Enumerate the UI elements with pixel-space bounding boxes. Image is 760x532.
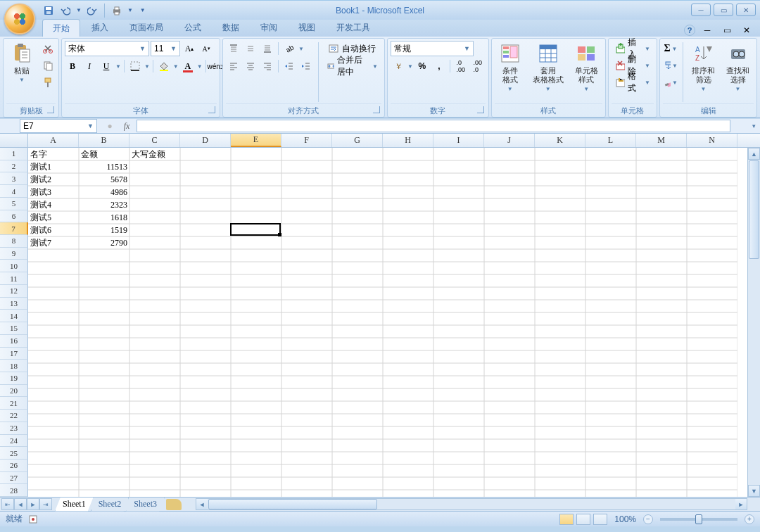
col-header-N[interactable]: N — [687, 134, 737, 147]
row-header-21[interactable]: 21 — [0, 397, 28, 410]
cell-styles-button[interactable]: 单元格 样式▼ — [571, 41, 602, 94]
hscroll-thumb[interactable] — [208, 499, 377, 509]
cell-B5[interactable]: 2323 — [79, 198, 129, 211]
row-header-10[interactable]: 10 — [0, 260, 28, 272]
row-header-24[interactable]: 24 — [0, 435, 28, 448]
col-header-B[interactable]: B — [79, 134, 129, 147]
font-name-combo[interactable]: 宋体▼ — [65, 41, 149, 56]
row-header-4[interactable]: 4 — [0, 185, 28, 198]
format-painter-icon[interactable] — [40, 75, 56, 90]
page-layout-view-icon[interactable] — [576, 514, 590, 525]
find-select-button[interactable]: 查找和 选择▼ — [722, 41, 754, 94]
zoom-slider[interactable] — [660, 518, 737, 521]
increase-decimal-icon[interactable]: .0.00 — [453, 58, 469, 74]
cell-B3[interactable]: 5678 — [79, 173, 129, 186]
close-button[interactable]: ✕ — [736, 4, 756, 16]
cell-B1[interactable]: 金额 — [79, 148, 129, 160]
orientation-icon[interactable]: ab — [281, 41, 297, 56]
align-top-icon[interactable] — [226, 41, 241, 56]
col-header-C[interactable]: C — [129, 134, 180, 147]
row-header-2[interactable]: 2 — [0, 160, 28, 173]
page-break-view-icon[interactable] — [593, 514, 607, 525]
zoom-out-icon[interactable]: − — [643, 514, 653, 524]
decrease-indent-icon[interactable] — [281, 58, 297, 74]
minimize-button[interactable]: ─ — [691, 4, 711, 16]
fill-icon[interactable]: ▼ — [663, 58, 678, 73]
ribbon-tab-3[interactable]: 公式 — [175, 19, 211, 37]
ribbon-tab-5[interactable]: 审阅 — [251, 19, 287, 37]
vertical-scrollbar[interactable]: ▲ ▼ — [747, 148, 760, 497]
align-left-icon[interactable] — [226, 58, 241, 74]
comma-icon[interactable]: , — [431, 58, 447, 74]
row-header-26[interactable]: 26 — [0, 460, 28, 472]
row-header-13[interactable]: 13 — [0, 298, 28, 310]
ribbon-tab-4[interactable]: 数据 — [213, 19, 249, 37]
conditional-format-button[interactable]: 条件格式▼ — [495, 41, 526, 94]
cell-C1[interactable]: 大写金额 — [129, 148, 180, 160]
save-icon[interactable] — [42, 4, 55, 17]
prev-sheet-icon[interactable]: ◄ — [14, 498, 27, 510]
cell-A6[interactable]: 测试5 — [28, 211, 79, 224]
ribbon-tab-6[interactable]: 视图 — [289, 19, 325, 37]
font-size-combo[interactable]: 11▼ — [151, 41, 180, 56]
clipboard-launcher[interactable] — [47, 106, 54, 113]
row-header-17[interactable]: 17 — [0, 348, 28, 360]
office-button[interactable] — [4, 4, 35, 34]
normal-view-icon[interactable] — [559, 514, 574, 525]
cell-B6[interactable]: 1618 — [79, 211, 129, 224]
maximize-button[interactable]: ▭ — [714, 4, 733, 16]
accounting-format-icon[interactable]: ￥ — [391, 58, 406, 74]
col-header-F[interactable]: F — [281, 134, 332, 147]
merge-center-button[interactable]: 合并后居中▼ — [323, 58, 381, 74]
vscroll-thumb[interactable] — [749, 160, 759, 259]
zoom-percent[interactable]: 100% — [614, 514, 636, 524]
scroll-up-icon[interactable]: ▲ — [748, 148, 760, 160]
clear-icon[interactable]: ▼ — [663, 75, 678, 90]
redo-icon[interactable] — [86, 4, 99, 17]
align-center-icon[interactable] — [243, 58, 258, 74]
row-header-19[interactable]: 19 — [0, 372, 28, 385]
doc-minimize-button[interactable]: ─ — [699, 23, 715, 38]
col-header-E[interactable]: E — [231, 134, 281, 147]
row-header-23[interactable]: 23 — [0, 422, 28, 435]
row-header-1[interactable]: 1 — [0, 148, 28, 160]
format-table-button[interactable]: 套用 表格格式▼ — [528, 41, 568, 94]
last-sheet-icon[interactable]: ⇥ — [39, 498, 52, 510]
row-header-15[interactable]: 15 — [0, 322, 28, 335]
align-right-icon[interactable] — [260, 58, 275, 74]
font-color-icon[interactable]: A — [180, 58, 196, 74]
row-header-8[interactable]: 8 — [0, 235, 28, 248]
ribbon-tab-0[interactable]: 开始 — [42, 19, 80, 37]
scroll-left-icon[interactable]: ◄ — [196, 499, 208, 509]
cut-icon[interactable] — [40, 41, 56, 56]
sort-filter-button[interactable]: AZ排序和 筛选▼ — [688, 41, 719, 94]
number-format-combo[interactable]: 常规▼ — [391, 41, 474, 56]
alignment-launcher[interactable] — [373, 106, 380, 113]
row-header-16[interactable]: 16 — [0, 335, 28, 348]
help-icon[interactable]: ? — [684, 25, 695, 36]
horizontal-scrollbar[interactable]: ◄ ► — [196, 498, 747, 510]
number-launcher[interactable] — [477, 106, 484, 113]
row-header-27[interactable]: 27 — [0, 472, 28, 485]
copy-icon[interactable] — [40, 58, 56, 73]
bold-icon[interactable]: B — [65, 58, 80, 74]
cell-A3[interactable]: 测试2 — [28, 173, 79, 186]
quick-print-icon[interactable] — [110, 4, 123, 17]
ribbon-tab-1[interactable]: 插入 — [82, 19, 118, 37]
col-header-I[interactable]: I — [433, 134, 484, 147]
col-header-D[interactable]: D — [180, 134, 231, 147]
cancel-formula-icon[interactable]: ● — [103, 120, 117, 132]
row-header-3[interactable]: 3 — [0, 172, 28, 185]
row-header-20[interactable]: 20 — [0, 385, 28, 398]
name-box[interactable]: E7▼ — [20, 119, 97, 133]
underline-icon[interactable]: U — [99, 58, 114, 74]
row-header-6[interactable]: 6 — [0, 210, 28, 223]
col-header-G[interactable]: G — [332, 134, 383, 147]
macro-record-icon[interactable] — [28, 514, 38, 524]
doc-close-button[interactable]: ✕ — [739, 23, 754, 38]
scroll-down-icon[interactable]: ▼ — [748, 485, 760, 497]
cell-B4[interactable]: 4986 — [79, 186, 129, 198]
first-sheet-icon[interactable]: ⇤ — [1, 498, 14, 510]
row-header-11[interactable]: 11 — [0, 272, 28, 285]
increase-indent-icon[interactable] — [298, 58, 314, 74]
